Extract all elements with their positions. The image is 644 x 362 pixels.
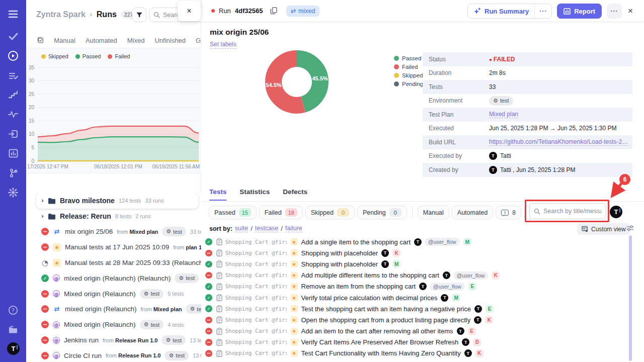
close-panel-button[interactable]: ×	[627, 6, 634, 16]
test-search[interactable]	[529, 203, 606, 219]
test-row[interactable]: Shopping Cart @first… * Shopping with pl…	[201, 258, 634, 269]
run-details-table: Status FAILED Duration 2m 8s Tests	[423, 52, 632, 177]
overlay-close-button[interactable]: ×	[178, 1, 201, 21]
detail-tab[interactable]: Statistics	[239, 188, 270, 200]
test-title: Remove an item from the shopping cart	[301, 283, 416, 290]
sort-suite-link[interactable]: suite	[235, 225, 248, 232]
test-row[interactable]: Shopping Cart @first… * Shopping with pl…	[201, 247, 634, 258]
svg-text:20: 20	[29, 105, 35, 110]
status-filter-button[interactable]: Automated	[452, 206, 493, 219]
run-list-item[interactable]: ⇄ mixed origin (Relaunch) from Mixed pla…	[26, 302, 201, 317]
run-status-icon	[41, 305, 49, 313]
runs-tab[interactable]: Manual	[54, 37, 75, 44]
run-from-plan: from Release Run 1.0	[106, 352, 160, 358]
test-row[interactable]: Shopping Cart @first… * Remove an item f…	[201, 281, 634, 292]
test-row[interactable]: Shopping Cart @first… * Open the shoppin…	[201, 314, 634, 325]
run-summary-more-button[interactable]: ···	[534, 4, 551, 18]
assignee-avatar: T	[462, 338, 469, 346]
runs-tab[interactable]: Automated	[86, 37, 117, 44]
tasks-icon[interactable]	[0, 28, 26, 45]
run-list-item[interactable]: @ Mixed origin (Relaunch) ⚙test 5 tests	[26, 286, 201, 302]
detail-tab[interactable]: Tests	[209, 188, 226, 201]
test-status-icon	[205, 294, 212, 301]
assignee-avatar: T	[441, 294, 448, 302]
run-tests-count: 13 tests	[193, 352, 201, 358]
copy-icon[interactable]	[270, 7, 277, 15]
run-summary-group: Run Summary ···	[467, 4, 552, 19]
runs-tab[interactable]: G	[196, 37, 201, 44]
user-avatar[interactable]: T	[610, 206, 622, 218]
branches-icon[interactable]	[0, 164, 26, 182]
test-row[interactable]: Shopping Cart @first… * Add a single ite…	[201, 236, 634, 247]
chevron-right-icon[interactable]: ›	[41, 213, 44, 220]
custom-view-button[interactable]: Custom view	[577, 223, 630, 235]
test-row[interactable]: Shopping Cart @first… * Add multiple dif…	[201, 270, 634, 281]
annotation-step-number: 6	[619, 174, 630, 185]
report-button[interactable]: Report	[557, 4, 602, 19]
automated-run-icon: @	[53, 290, 60, 297]
menu-icon[interactable]	[0, 6, 26, 23]
test-row[interactable]: Shopping Cart @first… * Verify total pri…	[201, 292, 634, 303]
status-filter-button[interactable]: Pending 0	[357, 206, 407, 219]
run-name: Bravo milestone	[60, 197, 115, 205]
user-avatar[interactable]: T	[7, 342, 20, 355]
status-filter-button[interactable]: Manual	[418, 206, 449, 219]
test-row[interactable]: Shopping Cart @first… * Test the shoppin…	[201, 303, 634, 314]
runs-icon[interactable]	[0, 47, 26, 64]
run-list-item[interactable]: * Manual tests at 17 Jun 2025 10:09 from…	[26, 239, 201, 255]
runs-tab[interactable]: Mixed	[127, 37, 145, 44]
run-list-item[interactable]: @ mixed origin (Relaunch) (Relaunch) ⚙te…	[26, 270, 201, 286]
test-row[interactable]: Shopping Cart @first… * Test Cart Functi…	[201, 348, 634, 359]
test-search-input[interactable]	[543, 208, 601, 215]
run-title: mix origin 25/06	[210, 28, 269, 37]
pulse-icon[interactable]	[0, 106, 26, 123]
run-list-item[interactable]: @ Mixed origin (Relaunch) ⚙test 4 tests	[26, 317, 201, 332]
projects-icon[interactable]	[0, 321, 26, 338]
detail-label: Environment	[423, 97, 489, 104]
status-filter-button[interactable]: Failed 18	[259, 206, 303, 219]
test-row[interactable]: Shopping Cart @first… * Add an item to t…	[201, 326, 634, 337]
detail-value: T Tatti , Jun 25, 2025 1:28 PM	[489, 166, 632, 174]
run-list-item[interactable]: › Release: Rerun 8 tests 2 runs	[26, 209, 201, 224]
analytics-icon[interactable]	[0, 145, 26, 162]
environment-badge: ⚙test	[165, 351, 189, 360]
priority-badge: M	[463, 238, 471, 246]
filter-button[interactable]	[132, 8, 146, 22]
chevron-right-icon[interactable]: ›	[41, 197, 44, 204]
legend-label: Passed	[83, 53, 101, 59]
runs-tab[interactable]: Unfinished	[154, 37, 185, 44]
run-list-item[interactable]: › Bravo milestone 124 tests 33 runs	[36, 193, 198, 209]
import-icon[interactable]	[0, 125, 26, 142]
run-type-badge[interactable]: ⇄ mixed	[286, 6, 320, 17]
status-filter-button[interactable]: Passed 15	[209, 206, 257, 219]
steps-icon[interactable]	[0, 86, 26, 103]
run-list-item[interactable]: * Manual tests at 28 Mar 2025 09:33 (Rel…	[26, 255, 201, 270]
test-row[interactable]: Shopping Cart @first… * Verify Cart Item…	[201, 337, 634, 348]
view-settings-icon[interactable]	[626, 224, 634, 233]
run-summary-button[interactable]: Run Summary	[468, 8, 534, 15]
set-labels-link[interactable]: Set labels	[210, 41, 236, 49]
run-name: mixed origin (Relaunch)	[65, 305, 137, 313]
legend-dot	[75, 54, 80, 59]
test-suite: Shopping Cart @first…	[225, 283, 287, 290]
legend-dot	[394, 73, 399, 78]
detail-row: Test Plan Mixed plan	[423, 108, 632, 122]
help-icon[interactable]: ?	[0, 302, 26, 319]
sort-failure-link[interactable]: failure	[285, 225, 302, 232]
comment-filter-button[interactable]: ! 8	[496, 206, 521, 219]
detail-text: Jun 25, 2025 1:28 PM → Jun 25, 2025 1:30…	[489, 125, 617, 132]
status-filter-button[interactable]: Skipped 0	[305, 206, 355, 219]
checklist-icon[interactable]	[37, 36, 44, 44]
sort-testcase-link[interactable]: testcase	[255, 225, 279, 232]
run-list-item[interactable]: @ Jenkins run from Release Run 1.0 ⚙test…	[26, 332, 201, 348]
run-status-icon	[41, 228, 49, 235]
scrollbar[interactable]	[629, 235, 632, 361]
test-cases-icon[interactable]	[0, 67, 26, 84]
run-list-item[interactable]: @ Circle CI run from Release Run 1.0 ⚙te…	[26, 348, 201, 362]
detail-value: ⚙test	[489, 96, 632, 106]
more-actions-button[interactable]: ···	[607, 4, 622, 19]
breadcrumb-app[interactable]: Zyntra Spark	[36, 10, 86, 19]
settings-icon[interactable]	[0, 184, 26, 201]
detail-tab[interactable]: Defects	[283, 188, 307, 200]
run-list-item[interactable]: ⇄ mix origin 25/06 from Mixed plan ⚙test…	[26, 224, 201, 240]
